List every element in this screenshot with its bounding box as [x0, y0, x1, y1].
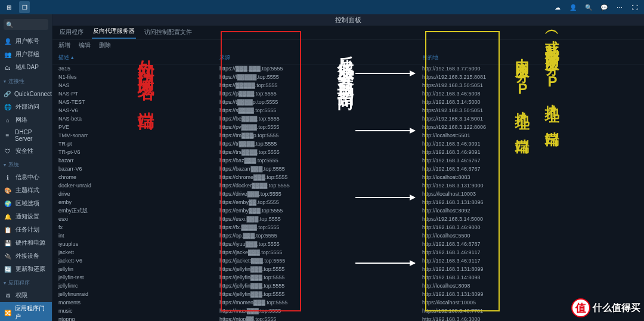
table-row[interactable]: jellyfin-testhttps://jellyfin▓▓▓.top:555…	[58, 273, 638, 282]
cell-src: https://drive▓▓▓.top:5555	[219, 190, 422, 197]
search-icon[interactable]: 🔍	[583, 2, 594, 13]
table-row[interactable]: jacketthttps://jacke▓▓▓.top:5555http://1…	[58, 248, 638, 257]
sidebar-label: 用户帐号	[16, 37, 39, 45]
col-dst[interactable]: 目的地	[422, 54, 638, 61]
table-row[interactable]: esxihttps://esxi.▓▓▓.top:5555https://192…	[58, 215, 638, 223]
fullscreen-icon[interactable]: ⛶	[630, 2, 640, 13]
table-row[interactable]: momentshttps://momen▓▓▓.top:5555https://…	[58, 298, 638, 307]
table-row[interactable]: inthttps://op.▓▓▓.top:5555http://localho…	[58, 232, 638, 240]
cell-dst: http://192.168.3.46:9117	[422, 249, 638, 256]
upload-icon[interactable]: ☁	[552, 2, 563, 13]
cell-desc: jellyfinunraid	[58, 291, 219, 298]
sidebar-item[interactable]: 📋任务计划	[0, 223, 52, 236]
search-input[interactable]: 🔍	[4, 19, 48, 30]
apps-icon[interactable]: ⊞	[4, 2, 14, 13]
cell-desc: TMM-sonarr	[58, 132, 219, 139]
tab[interactable]: 反向代理服务器	[92, 24, 136, 39]
table-row[interactable]: NAS-betahttps://be▓▓▓▓.top:5555https://1…	[58, 115, 638, 123]
cell-desc: jellyfinrc	[58, 282, 219, 289]
cell-src: https://trs▓▓▓▓.top:5555	[219, 149, 422, 156]
table-row[interactable]: NAS-PThttps://p▓▓▓▓.top:5555http://192.1…	[58, 89, 638, 98]
cell-dst: https://192.168.3.215:8081	[422, 73, 638, 81]
sidebar-label: 通知设置	[16, 212, 39, 221]
table-row[interactable]: jackett-V6https://jackett▓▓▓.top:5555htt…	[58, 257, 638, 265]
sidebar-item[interactable]: 🎨主题样式	[0, 184, 52, 197]
cell-desc: bazarr	[58, 157, 219, 164]
sidebar-item[interactable]: 🔔通知设置	[0, 210, 52, 223]
sidebar-item[interactable]: ≡DHCP Server	[0, 126, 52, 144]
sidebar-icon: ≡	[4, 131, 11, 140]
table-row[interactable]: PVEhttps://pv▓▓▓▓.top:5555https://192.16…	[58, 123, 638, 131]
cell-dst: http://192.168.3.14:5000	[422, 98, 638, 106]
table-row[interactable]: NAS-TESThttps://t▓▓▓▓p.top:5555http://19…	[58, 98, 638, 106]
table-row[interactable]: jellyfinrchttps://jellyfin▓▓▓.top:5555ht…	[58, 282, 638, 290]
cell-dst: https://localhost:10003	[422, 190, 638, 197]
sidebar-item[interactable]: 🔌外接设备	[0, 249, 52, 263]
sidebar-item[interactable]: 🌐外部访问	[0, 100, 52, 113]
sidebar-icon: 🛡	[4, 147, 12, 155]
col-desc[interactable]: 描述 ▴	[58, 54, 219, 61]
sidebar-item[interactable]: ℹ信息中心	[0, 171, 52, 184]
table-row[interactable]: NAShttps://▓▓▓▓▓.top:5555https://192.168…	[58, 81, 638, 89]
cell-dst: http://localhost:8092	[422, 207, 638, 214]
cell-desc: N1-files	[58, 73, 219, 81]
sidebar-item[interactable]: 👥用户群组	[0, 48, 52, 61]
table-row[interactable]: TR-pt-V6https://trs▓▓▓▓.top:5555http://1…	[58, 148, 638, 156]
sidebar-icon: 🔔	[4, 212, 12, 221]
sidebar-item[interactable]: 🔀应用程序门户	[0, 302, 52, 321]
user-icon[interactable]: 👤	[568, 2, 578, 13]
sidebar-item[interactable]: 💾硬件和电源	[0, 236, 52, 249]
sidebar-icon: 🌍	[4, 199, 12, 208]
cell-src: https://op.▓▓▓.top:5555	[219, 232, 422, 239]
col-src[interactable]: 来源	[219, 54, 422, 61]
table-row[interactable]: jellyfinhttps://jellyfin▓▓▓.top:5555http…	[58, 265, 638, 273]
sidebar-group-app[interactable]: 应用程序	[0, 276, 52, 289]
table-row[interactable]: fxhttps://fx.▓▓▓▓.top:5555http://192.168…	[58, 223, 638, 232]
action-button[interactable]: 删除	[99, 41, 111, 50]
table-row[interactable]: N1-fileshttps://f▓▓▓▓▓.top:5555https://1…	[58, 73, 638, 81]
sidebar-item[interactable]: 🌍区域选项	[0, 197, 52, 210]
cell-src: https://pv▓▓▓▓.top:5555	[219, 124, 422, 131]
table-row[interactable]: NAS-V6https://s▓▓▓▓.top:5555https://192.…	[58, 106, 638, 115]
sidebar-item[interactable]: 🛡安全性	[0, 144, 52, 158]
table-row[interactable]: bazarr-V6https://bazarr▓▓▓.top:5555http:…	[58, 165, 638, 173]
cell-dst: http://localhost:5500	[422, 232, 638, 239]
table-row[interactable]: bazarrhttps://baz▓▓▓.top:5555http://192.…	[58, 156, 638, 165]
table-row[interactable]: emby正式版https://emby▓▓▓.top:5555http://lo…	[58, 206, 638, 215]
cell-desc: NAS-PT	[58, 90, 219, 97]
action-button[interactable]: 新增	[58, 41, 70, 50]
topbar: ⊞ ❐ ☁ 👤 🔍 💬 ⋯ ⛶	[0, 0, 644, 14]
sidebar-item[interactable]: 🔗QuickConnect	[0, 87, 52, 100]
watermark-badge: 值	[571, 298, 590, 317]
table-row[interactable]: musichttps://musi▓▓▓.top:5555https://192…	[58, 307, 638, 315]
tab[interactable]: 访问控制配置文件	[143, 26, 193, 39]
cell-desc: music	[58, 307, 219, 314]
messages-icon[interactable]: 💬	[599, 2, 609, 13]
table-row[interactable]: docker-unraidhttps://docker▓▓▓▓.top:5555…	[58, 181, 638, 190]
action-button[interactable]: 编辑	[79, 41, 91, 50]
table-row[interactable]: iyuuplushttps://iyuu▓▓▓.top:5555http://1…	[58, 240, 638, 248]
sidebar-item[interactable]: 👤用户帐号	[0, 35, 52, 48]
sidebar-item[interactable]: 🗂域/LDAP	[0, 61, 52, 74]
tab[interactable]: 应用程序	[58, 26, 85, 39]
table-row[interactable]: jellyfinunraidhttps://jellyfin▓▓▓.top:55…	[58, 290, 638, 298]
table-row[interactable]: 3615https://▓▓▓.▓▓▓.top:5555http://192.1…	[58, 64, 638, 73]
sidebar-group-conn[interactable]: 连接性	[0, 74, 52, 87]
table-row[interactable]: chromehttps://chrome▓▓▓.top:5555http://l…	[58, 173, 638, 181]
window-icon[interactable]: ❐	[19, 1, 30, 13]
table-row[interactable]: TR-pthttps://tr▓▓▓▓.top:5555http://192.1…	[58, 140, 638, 148]
more-icon[interactable]: ⋯	[614, 2, 625, 13]
sidebar-item[interactable]: ⚙权限	[0, 289, 52, 302]
cell-desc: TR-pt	[58, 140, 219, 147]
table-row[interactable]: embyhttps://emby▓▓.top:5555http://192.16…	[58, 198, 638, 206]
cell-desc: NAS-V6	[58, 107, 219, 114]
table-row[interactable]: TMM-sonarrhttps://tm▓▓▓p.top:5555http://…	[58, 131, 638, 140]
sidebar-item[interactable]: ⌂网络	[0, 113, 52, 126]
tabs: 应用程序反向代理服务器访问控制配置文件	[52, 26, 644, 39]
table-row[interactable]: ntopnghttps://ntop▓▓.top:5555http://192.…	[58, 315, 638, 321]
sidebar-item[interactable]: 🔄更新和还原	[0, 263, 52, 276]
sidebar-group-sys[interactable]: 系统	[0, 158, 52, 171]
cell-desc: jackett-V6	[58, 257, 219, 264]
cell-src: https://emby▓▓▓.top:5555	[219, 207, 422, 214]
table-row[interactable]: drivehttps://drive▓▓▓.top:5555https://lo…	[58, 190, 638, 198]
